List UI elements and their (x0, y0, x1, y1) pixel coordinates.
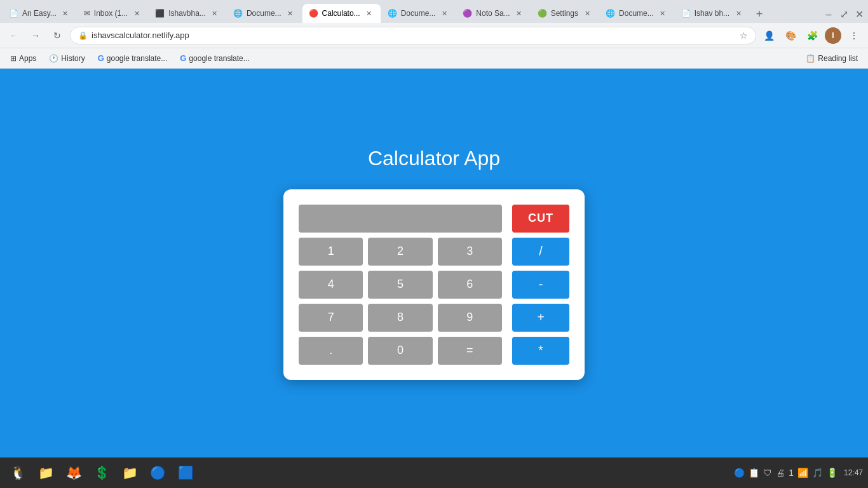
tab-close-6[interactable]: ✕ (514, 8, 524, 18)
tab-favicon-2: ⬛ (155, 9, 165, 18)
calc-btn-8[interactable]: 8 (368, 304, 432, 332)
google-icon-1: G (98, 53, 104, 63)
calc-btn-3[interactable]: 3 (438, 238, 502, 266)
tab-label-0: An Easy... (22, 9, 57, 18)
browser-frame: 📄 An Easy... ✕ ✉ Inbox (1... ✕ ⬛ Ishavbh… (0, 0, 868, 488)
taskbar: 🐧📁🦊💲📁🔵🟦 🔵 📋 🛡 🖨 1 📶 🎵 🔋 12:47 (0, 458, 868, 488)
tab-close-9[interactable]: ✕ (733, 8, 743, 18)
bookmarks-bar: ⊞ Apps 🕐 History G google translate... G… (0, 48, 868, 69)
bluetooth-icon: 🔵 (734, 468, 745, 478)
taskbar-time: 12:47 (844, 468, 863, 477)
calculator-card: 123456789.0= CUT /-+* (283, 189, 585, 380)
browser-tab-9[interactable]: 📄 Ishav bh... ✕ (675, 4, 750, 23)
google-translate-1-label: google translate... (107, 54, 167, 63)
taskbar-app-chrome[interactable]: 🔵 (145, 460, 170, 485)
tab-close-1[interactable]: ✕ (132, 8, 142, 18)
browser-tab-1[interactable]: ✉ Inbox (1... ✕ (78, 4, 148, 23)
calc-btn-7[interactable]: 7 (299, 304, 363, 332)
wifi-icon: 📶 (797, 468, 808, 478)
browser-tab-8[interactable]: 🌐 Docume... ✕ (599, 4, 674, 23)
tab-close-0[interactable]: ✕ (60, 8, 71, 18)
taskbar-system-tray: 🔵 📋 🛡 🖨 1 📶 🎵 🔋 (730, 468, 841, 478)
calc-btn-=[interactable]: = (438, 337, 502, 365)
tab-favicon-3: 🌐 (233, 9, 243, 18)
taskbar-app-linux-logo[interactable]: 🐧 (5, 460, 31, 485)
tab-close-7[interactable]: ✕ (582, 8, 592, 18)
op-btn-+[interactable]: + (512, 304, 569, 332)
browser-tab-2[interactable]: ⬛ Ishavbha... ✕ (149, 4, 226, 23)
taskbar-app-visual-studio[interactable]: 🟦 (173, 460, 198, 485)
cut-button[interactable]: CUT (512, 205, 569, 233)
minimize-icon[interactable]: – (822, 9, 835, 20)
bookmark-star-icon[interactable]: ☆ (740, 30, 748, 41)
history-clock-icon: 🕐 (49, 54, 58, 63)
tab-favicon-1: ✉ (84, 9, 90, 18)
user-avatar[interactable]: I (825, 27, 841, 44)
tab-favicon-4: 🔴 (309, 9, 318, 18)
page-content: Calculator App 123456789.0= CUT /-+* (0, 69, 868, 458)
calc-btn-.[interactable]: . (299, 337, 363, 365)
calc-btn-2[interactable]: 2 (368, 238, 432, 266)
tab-close-4[interactable]: ✕ (364, 8, 374, 18)
menu-icon[interactable]: ⋮ (845, 27, 863, 44)
browser-tab-0[interactable]: 📄 An Easy... ✕ (3, 4, 77, 23)
tab-close-5[interactable]: ✕ (439, 8, 449, 18)
address-url: ishavscalculator.netlify.app (92, 30, 736, 40)
window-controls: – ⤢ ✕ (822, 8, 865, 23)
taskbar-app-files[interactable]: 📁 (33, 460, 58, 485)
calc-btn-0[interactable]: 0 (368, 337, 432, 365)
profile-pic-icon[interactable]: 👤 (760, 27, 778, 44)
google-translate-2-label: google translate... (189, 54, 249, 63)
puzzle-icon[interactable]: 🧩 (803, 27, 821, 44)
tab-label-6: Noto Sa... (476, 9, 510, 18)
tab-close-3[interactable]: ✕ (285, 8, 295, 18)
tab-favicon-0: 📄 (9, 9, 18, 18)
tab-label-2: Ishavbha... (168, 9, 206, 18)
reading-list-icon: 📋 (806, 54, 815, 63)
op-btn-*[interactable]: * (512, 337, 569, 365)
op-btn-/[interactable]: / (512, 238, 569, 266)
forward-button[interactable]: → (27, 27, 44, 44)
tab-close-8[interactable]: ✕ (658, 8, 668, 18)
reading-list-button[interactable]: 📋 Reading list (801, 51, 863, 65)
calc-btn-5[interactable]: 5 (368, 271, 432, 299)
shield-icon: 🛡 (763, 468, 772, 478)
calculator-display[interactable] (299, 205, 502, 233)
bookmark-google-translate-1[interactable]: G google translate... (93, 51, 173, 65)
maximize-icon[interactable]: ⤢ (837, 8, 850, 20)
tab-favicon-8: 🌐 (606, 9, 615, 18)
calc-btn-4[interactable]: 4 (299, 271, 363, 299)
tab-close-2[interactable]: ✕ (210, 8, 220, 18)
bookmark-apps[interactable]: ⊞ Apps (5, 51, 41, 65)
calc-btn-9[interactable]: 9 (438, 304, 502, 332)
calc-btn-6[interactable]: 6 (438, 271, 502, 299)
back-button[interactable]: ← (5, 27, 23, 44)
tab-favicon-9: 📄 (681, 9, 691, 18)
taskbar-app-firefox[interactable]: 🦊 (61, 460, 86, 485)
taskbar-app-terminal[interactable]: 💲 (89, 460, 114, 485)
address-bar: ← → ↻ 🔒 ishavscalculator.netlify.app ☆ 👤… (0, 23, 868, 48)
taskbar-app-file-manager[interactable]: 📁 (117, 460, 142, 485)
tab-favicon-5: 🌐 (388, 9, 397, 18)
tab-label-4: Calculato... (322, 9, 360, 18)
close-icon[interactable]: ✕ (853, 8, 865, 20)
browser-tab-4[interactable]: 🔴 Calculato... ✕ (302, 4, 381, 23)
browser-tab-6[interactable]: 🟣 Noto Sa... ✕ (456, 4, 530, 23)
bookmark-history[interactable]: 🕐 History (44, 51, 90, 65)
color-wheel-icon[interactable]: 🎨 (782, 27, 799, 44)
tab-label-3: Docume... (247, 9, 281, 18)
music-icon: 🎵 (812, 468, 823, 478)
browser-tab-5[interactable]: 🌐 Docume... ✕ (381, 4, 456, 23)
address-input-wrap[interactable]: 🔒 ishavscalculator.netlify.app ☆ (70, 27, 756, 44)
browser-tab-3[interactable]: 🌐 Docume... ✕ (227, 4, 302, 23)
calculator-left: 123456789.0= (299, 205, 502, 365)
browser-tab-7[interactable]: 🟢 Settings ✕ (531, 4, 599, 23)
clipboard-icon: 📋 (749, 468, 759, 478)
op-btn--[interactable]: - (512, 271, 569, 299)
tab-label-8: Docume... (619, 9, 654, 18)
new-tab-button[interactable]: + (750, 5, 768, 23)
bookmark-google-translate-2[interactable]: G google translate... (175, 51, 255, 65)
calc-btn-1[interactable]: 1 (299, 238, 363, 266)
reload-button[interactable]: ↻ (48, 27, 66, 44)
page-title: Calculator App (368, 147, 500, 170)
